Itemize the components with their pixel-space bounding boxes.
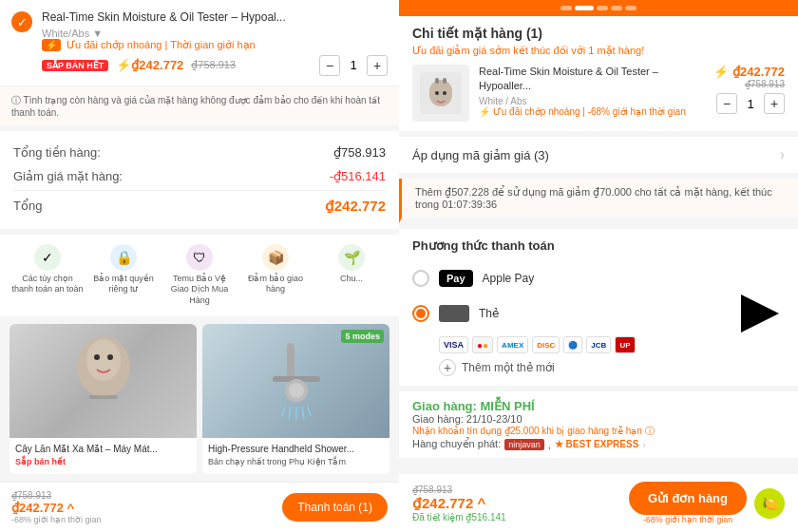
right-checkout-bar: ₫758.913 ₫242.772 ^ Đã tiết kiệm ₫516.14… — [399, 474, 798, 532]
order-flash-label: ⚡ Ưu đãi chớp nhoáng | -68% giới hạn thờ… — [479, 106, 704, 117]
trust-badge-delivery: 📦 Đảm bảo giao hàng — [239, 244, 312, 307]
card-radio[interactable] — [412, 305, 429, 322]
coupon-arrow-icon: › — [780, 146, 785, 163]
product-name-1: Cây Lăn Mắt Xa Mắt – Máy Mát... — [15, 443, 191, 455]
product-card-1[interactable]: Cây Lăn Mắt Xa Mắt – Máy Mát... Sắp bán … — [10, 324, 197, 474]
order-qty-value: 1 — [743, 97, 758, 111]
jcb-logo: JCB — [586, 336, 611, 353]
flash-badge: ⚡ — [42, 39, 61, 51]
svg-point-19 — [443, 91, 446, 95]
order-detail-section: Chi tiết mặt hàng (1) Ưu đãi giảm giá sớ… — [399, 16, 798, 137]
current-price: ⚡₫242.772 — [116, 58, 183, 72]
amex-logo: AMEX — [497, 336, 528, 353]
payment-section: Phương thức thanh toán Pay Apple Pay Thẻ… — [399, 229, 798, 391]
shipping-section: Giao hàng: MIỄN PHÍ Giao hàng: 21/10-23/… — [399, 391, 798, 464]
trust-badge-payment: ✓ Các tùy chọn thanh toán an toàn — [11, 244, 84, 307]
cart-checkbox[interactable]: ✓ — [11, 11, 32, 32]
order-item-pricing: ⚡ ₫242.772 ₫758.913 − 1 + — [713, 65, 785, 114]
bottom-discount-label: -68% giới hạn thời gian — [11, 515, 102, 524]
card-icon — [439, 305, 469, 322]
product-image-2: 5 modes — [202, 324, 390, 438]
add-card-label: Thêm một thẻ mới — [462, 361, 555, 374]
product-info-2: High-Pressure Handheld Shower... Bán chạ… — [202, 438, 390, 474]
place-order-button[interactable]: Gửi đơn hàng — [629, 482, 747, 515]
shipping-carriers: Hàng chuyển phát: ninjavan , ★ BEST EXPR… — [412, 438, 785, 450]
product-stars-1: ★★★★★ 750 — [15, 466, 191, 474]
apple-pay-option[interactable]: Pay Apple Pay — [412, 262, 785, 294]
quantity-control: − 1 + — [319, 55, 388, 76]
product-stars-2: ★★★★★ 51 — [208, 466, 384, 474]
product-name-2: High-Pressure Handheld Shower... — [208, 443, 384, 455]
svg-rect-16 — [435, 78, 439, 84]
final-pricing: ₫758.913 ₫242.772 ^ Đã tiết kiệm ₫516.14… — [412, 484, 506, 522]
visa-logo: VISA — [439, 336, 468, 353]
apple-pay-radio[interactable] — [412, 270, 429, 287]
trust-label-payment: Các tùy chọn thanh toán an toàn — [11, 274, 84, 295]
qty-increase-button[interactable]: + — [367, 55, 388, 76]
trust-label-eco: Chu... — [340, 274, 363, 285]
eco-icon: 🌱 — [338, 244, 365, 271]
cart-item-variant[interactable]: White/Abs ▼ — [42, 28, 388, 39]
svg-point-2 — [94, 354, 100, 360]
bottom-current-price: ₫242.772 ^ — [11, 501, 102, 515]
apple-pay-logo: Pay — [439, 270, 473, 287]
trust-label-delivery: Đảm bảo giao hàng — [239, 274, 312, 295]
shipping-free: Giao hàng: MIỄN PHÍ — [412, 399, 785, 413]
indicator-dot-1 — [560, 6, 572, 10]
card-text: Thẻ — [479, 307, 499, 320]
discount-label: Giảm giá mặt hàng: — [13, 169, 123, 183]
price-row: SẮP BÁN HẾT ⚡₫242.772 ₫758.913 − 1 + — [42, 55, 388, 76]
order-item-price: ⚡ ₫242.772 — [713, 65, 785, 79]
original-price: ₫758.913 — [191, 59, 236, 71]
card-option[interactable]: Thẻ — [412, 297, 741, 330]
discount-row: Giảm giá mặt hàng: -₫516.141 — [13, 164, 386, 188]
flash-sale-label: ⚡ Ưu đãi chớp nhoáng | Thời gian giới hạ… — [42, 39, 388, 51]
order-qty-decrease[interactable]: − — [716, 93, 737, 114]
final-current-price: ₫242.772 ^ — [412, 495, 506, 512]
svg-line-10 — [289, 407, 291, 419]
add-card-button[interactable]: + Thêm một thẻ mới — [412, 353, 785, 376]
place-order-area: Gửi đơn hàng -68% giới hạn thời gian 🍋 — [629, 482, 785, 524]
mastercard-logo: ●● — [472, 336, 493, 353]
maestro-logo: 🔵 — [563, 336, 582, 353]
order-item-details: Real-Time Skin Moisture & Oil Tester – H… — [479, 65, 704, 117]
trust-badge-privacy: 🔒 Bảo mật quyền riêng tư — [87, 244, 160, 307]
order-discount-note: -68% giới hạn thời gian — [643, 515, 733, 524]
product-card-2[interactable]: 5 modes High-Pressure Handheld Shower...… — [202, 324, 390, 474]
svg-rect-5 — [287, 343, 294, 381]
order-item-old-price: ₫758.913 — [713, 79, 785, 89]
coupon-label: Áp dụng mã giảm giá (3) — [412, 148, 549, 162]
checkout-button[interactable]: Thanh toán (1) — [282, 493, 388, 522]
cart-item-header: ✓ Real-Time Skin Moisture & Oil Tester –… — [0, 0, 399, 86]
total-value: ₫242.772 — [325, 198, 386, 215]
recommended-products: Cây Lăn Mắt Xa Mắt – Máy Mát... Sắp bán … — [0, 316, 399, 482]
cart-item-info: Real-Time Skin Moisture & Oil Tester – H… — [42, 10, 388, 76]
product-badge-2: Bán chạy nhất trong Phụ Kiện Tắm — [208, 457, 384, 466]
indicator-dot-5 — [625, 6, 636, 10]
carrier-prefix: Hàng chuyển phát: — [412, 438, 501, 450]
svg-point-18 — [435, 91, 439, 95]
order-qty-increase[interactable]: + — [764, 93, 785, 114]
card-logos: VISA ●● AMEX DISC 🔵 JCB UP — [412, 336, 785, 353]
subtotal-label: Tổng tiền hàng: — [13, 145, 101, 160]
discover-logo: DISC — [532, 336, 560, 353]
final-old-price: ₫758.913 — [412, 484, 506, 495]
indicator-dot-3 — [597, 6, 608, 10]
bottom-price-section: ₫758.913 ₫242.772 ^ -68% giới hạn thời g… — [11, 490, 102, 524]
qty-decrease-button[interactable]: − — [319, 55, 340, 76]
carrier-arrow: › — [642, 439, 646, 450]
indicator-dot-4 — [611, 6, 622, 10]
coupon-section[interactable]: Áp dụng mã giảm giá (3) › — [399, 137, 798, 179]
svg-point-8 — [289, 383, 304, 398]
svg-rect-17 — [443, 78, 446, 84]
order-qty-control: − 1 + — [713, 93, 785, 114]
order-item-name: Real-Time Skin Moisture & Oil Tester – H… — [479, 65, 704, 94]
svg-line-9 — [282, 407, 285, 416]
discount-value: -₫516.141 — [330, 169, 386, 183]
trust-badge-protection: 🛡 Temu Bảo Vệ Giao Dịch Mua Hàng — [163, 244, 236, 307]
order-item-variant: White / Abs — [479, 96, 704, 106]
place-order-wrapper: Gửi đơn hàng -68% giới hạn thời gian — [629, 482, 747, 524]
svg-rect-4 — [89, 395, 118, 399]
status-badge: SẮP BÁN HẾT — [42, 60, 108, 71]
savings-info-text: Thêm ₫507.228 để sử dụng mã giảm ₫70.000… — [415, 186, 772, 210]
